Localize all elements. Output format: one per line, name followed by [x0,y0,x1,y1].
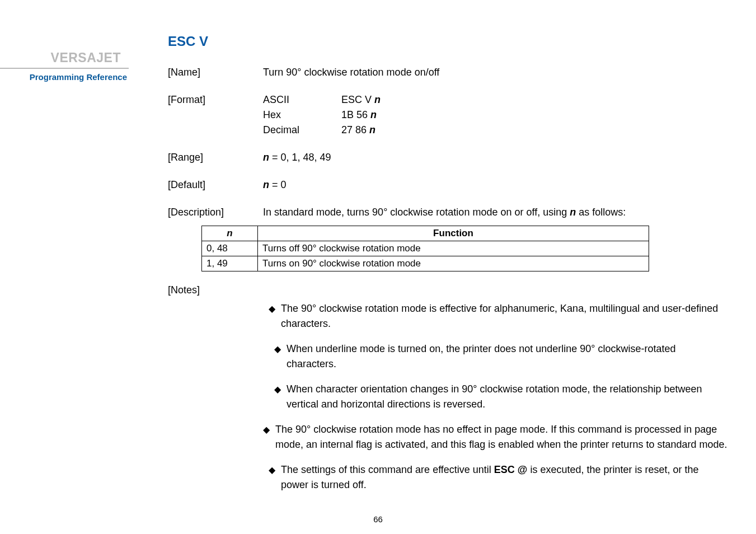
sidebar: VERSAJET Programming Reference [0,34,129,534]
name-row: [Name] Turn 90° clockwise rotation mode … [168,65,728,80]
table-header-function: Function [258,226,649,241]
table-row: 1, 49 Turns on 90° clockwise rotation mo… [202,256,649,271]
page-number: 66 [0,514,756,524]
function-table: n Function 0, 48 Turns off 90° clockwise… [201,226,649,271]
default-value: n = 0 [263,177,728,193]
range-label: [Range] [168,150,263,165]
notes-label: [Notes] [168,283,263,298]
note-item: ◆ The settings of this command are effec… [269,462,728,493]
format-dec-label: Decimal [263,123,341,138]
command-title: ESC V [168,34,728,49]
description-value: In standard mode, turns 90° clockwise ro… [263,205,728,220]
note-text: When character orientation changes in 90… [287,382,728,412]
range-row: [Range] n = 0, 1, 48, 49 [168,150,728,165]
main-content: ESC V [Name] Turn 90° clockwise rotation… [129,34,756,534]
default-label: [Default] [168,177,263,193]
table-cell: 1, 49 [202,256,258,271]
notes-list: ◆ The 90° clockwise rotation mode is eff… [269,301,728,493]
range-value: n = 0, 1, 48, 49 [263,150,728,165]
format-hex-value: 1B 56 n [341,107,728,123]
notes-row: [Notes] [168,283,728,298]
note-text: When underline mode is turned on, the pr… [287,341,728,372]
format-ascii-value: ESC V n [341,92,728,107]
table-cell: Turns off 90° clockwise rotation mode [258,241,649,256]
brand-title: VERSAJET [0,50,129,65]
diamond-icon: ◆ [274,343,281,372]
table-cell: Turns on 90° clockwise rotation mode [258,256,649,271]
default-row: [Default] n = 0 [168,177,728,193]
note-text: The 90° clockwise rotation mode is effec… [281,301,728,331]
description-row: [Description] In standard mode, turns 90… [168,205,728,220]
description-label: [Description] [168,205,263,220]
brand-subtitle: Programming Reference [0,72,129,82]
note-item: ◆ The 90° clockwise rotation mode is eff… [269,301,728,331]
note-item: ◆ When underline mode is turned on, the … [274,341,728,372]
format-hex-label: Hex [263,107,341,123]
note-text: The settings of this command are effecti… [281,462,728,493]
name-label: [Name] [168,65,263,80]
brand-divider [0,68,129,69]
note-item: ◆ The 90° clockwise rotation mode has no… [263,422,728,452]
table-row: 0, 48 Turns off 90° clockwise rotation m… [202,241,649,256]
table-header-n: n [202,226,258,241]
diamond-icon: ◆ [263,423,270,452]
diamond-icon: ◆ [269,463,275,493]
format-dec-value: 27 86 n [341,123,728,138]
note-text: The 90° clockwise rotation mode has no e… [275,422,728,452]
name-value: Turn 90° clockwise rotation mode on/off [263,65,728,80]
note-item: ◆ When character orientation changes in … [274,382,728,412]
diamond-icon: ◆ [274,383,281,412]
format-row: [Format] ASCII ESC V n Hex 1B 56 n Decim… [168,92,728,138]
table-cell: 0, 48 [202,241,258,256]
diamond-icon: ◆ [269,302,275,331]
format-label: [Format] [168,92,263,138]
format-ascii-label: ASCII [263,92,341,107]
